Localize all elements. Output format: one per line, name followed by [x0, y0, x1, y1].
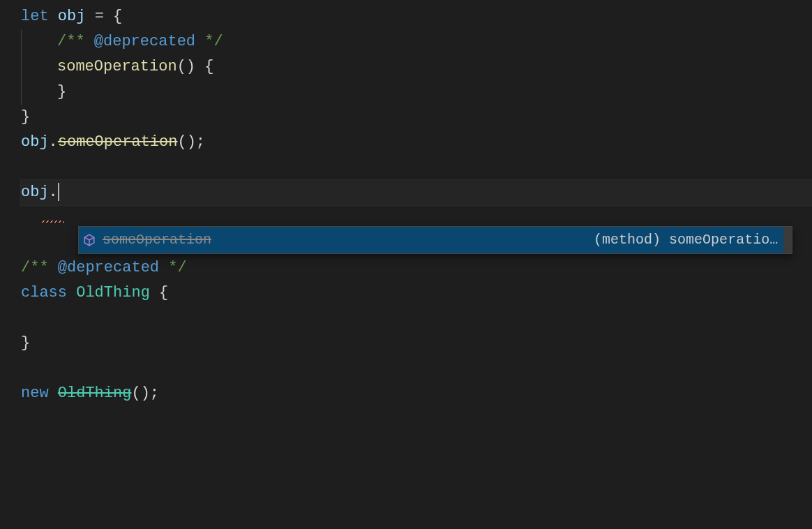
- code-line: new OldThing();: [21, 381, 812, 406]
- code-line: obj.someOperation();: [21, 130, 812, 155]
- identifier: obj: [21, 180, 49, 204]
- keyword-new: new: [21, 381, 49, 405]
- code-line: }: [21, 331, 812, 356]
- code-line: let obj = {: [21, 4, 812, 29]
- method-icon: [83, 234, 96, 246]
- suggest-label: someOperation: [103, 229, 211, 251]
- code-line: /** @deprecated */: [21, 29, 812, 54]
- comment: /**: [57, 29, 94, 54]
- code-line: /** @deprecated */: [21, 255, 812, 281]
- deprecated-class: OldThing: [58, 381, 132, 405]
- deprecated-call: someOperation: [58, 130, 178, 154]
- keyword-class: class: [21, 281, 67, 305]
- suggest-widget[interactable]: someOperation (method) someOperatio…: [78, 226, 792, 254]
- code-line: [21, 155, 812, 180]
- code-line: }: [21, 80, 812, 105]
- identifier: obj: [58, 4, 86, 29]
- comment: /**: [21, 255, 58, 280]
- code-line: class OldThing {: [21, 281, 812, 306]
- suggest-item[interactable]: someOperation (method) someOperatio…: [79, 227, 783, 253]
- code-line: someOperation() {: [21, 54, 812, 80]
- code-line: }: [21, 105, 812, 130]
- error-squiggle: [40, 221, 64, 223]
- suggest-detail: (method) someOperatio…: [594, 229, 783, 251]
- jsdoc-tag: @deprecated: [94, 29, 195, 54]
- suggest-scrollbar[interactable]: [783, 227, 792, 253]
- code-line-active[interactable]: obj.: [21, 180, 812, 205]
- jsdoc-tag: @deprecated: [58, 255, 159, 280]
- identifier: obj: [21, 130, 49, 154]
- class-name: OldThing: [76, 281, 150, 305]
- code-editor[interactable]: let obj = { /** @deprecated */ someOpera…: [0, 0, 812, 406]
- method-name: someOperation: [57, 54, 177, 79]
- code-line: [21, 306, 812, 331]
- text-cursor: [58, 183, 59, 201]
- code-line: [21, 356, 812, 381]
- keyword-let: let: [21, 4, 49, 29]
